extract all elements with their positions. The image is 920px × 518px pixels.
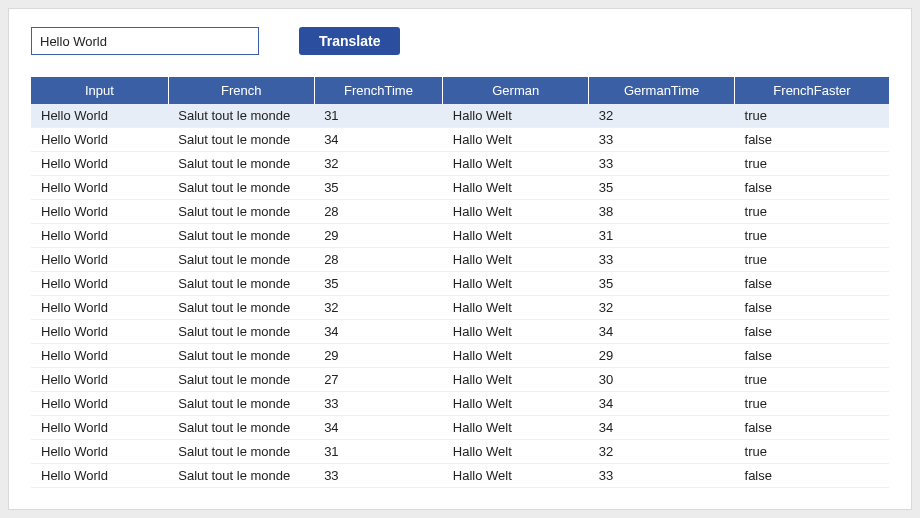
cell-frenchfaster: true [735, 104, 889, 128]
table-row[interactable]: Hello WorldSalut tout le monde27Hallo We… [31, 368, 889, 392]
cell-germantime: 32 [589, 440, 735, 464]
cell-french: Salut tout le monde [168, 296, 314, 320]
table-row[interactable]: Hello WorldSalut tout le monde31Hallo We… [31, 104, 889, 128]
cell-frenchtime: 32 [314, 296, 443, 320]
cell-french: Salut tout le monde [168, 224, 314, 248]
cell-germantime: 33 [589, 464, 735, 488]
cell-input: Hello World [31, 128, 168, 152]
table-row[interactable]: Hello WorldSalut tout le monde33Hallo We… [31, 464, 889, 488]
cell-german: Hallo Welt [443, 320, 589, 344]
table-row[interactable]: Hello WorldSalut tout le monde29Hallo We… [31, 224, 889, 248]
cell-frenchfaster: false [735, 464, 889, 488]
cell-frenchfaster: false [735, 320, 889, 344]
table-row[interactable]: Hello WorldSalut tout le monde33Hallo We… [31, 392, 889, 416]
translate-button[interactable]: Translate [299, 27, 400, 55]
cell-french: Salut tout le monde [168, 176, 314, 200]
cell-germantime: 33 [589, 128, 735, 152]
cell-frenchtime: 35 [314, 272, 443, 296]
cell-input: Hello World [31, 440, 168, 464]
cell-germantime: 34 [589, 392, 735, 416]
table-header-row: Input French FrenchTime German GermanTim… [31, 77, 889, 104]
cell-germantime: 30 [589, 368, 735, 392]
cell-germantime: 32 [589, 296, 735, 320]
cell-germantime: 33 [589, 152, 735, 176]
cell-german: Hallo Welt [443, 272, 589, 296]
cell-frenchtime: 34 [314, 128, 443, 152]
cell-german: Hallo Welt [443, 248, 589, 272]
cell-french: Salut tout le monde [168, 464, 314, 488]
column-header-input[interactable]: Input [31, 77, 168, 104]
toolbar: Translate [31, 27, 889, 55]
cell-french: Salut tout le monde [168, 320, 314, 344]
cell-input: Hello World [31, 416, 168, 440]
cell-germantime: 34 [589, 416, 735, 440]
table-row[interactable]: Hello WorldSalut tout le monde28Hallo We… [31, 248, 889, 272]
table-row[interactable]: Hello WorldSalut tout le monde32Hallo We… [31, 296, 889, 320]
cell-french: Salut tout le monde [168, 368, 314, 392]
table-row[interactable]: Hello WorldSalut tout le monde35Hallo We… [31, 272, 889, 296]
cell-frenchtime: 27 [314, 368, 443, 392]
cell-input: Hello World [31, 368, 168, 392]
table-row[interactable]: Hello WorldSalut tout le monde34Hallo We… [31, 320, 889, 344]
cell-frenchfaster: false [735, 416, 889, 440]
cell-french: Salut tout le monde [168, 200, 314, 224]
table-row[interactable]: Hello WorldSalut tout le monde31Hallo We… [31, 440, 889, 464]
table-row[interactable]: Hello WorldSalut tout le monde34Hallo We… [31, 128, 889, 152]
column-header-german[interactable]: German [443, 77, 589, 104]
cell-frenchtime: 34 [314, 320, 443, 344]
cell-germantime: 38 [589, 200, 735, 224]
cell-frenchtime: 32 [314, 152, 443, 176]
cell-frenchtime: 33 [314, 464, 443, 488]
cell-input: Hello World [31, 152, 168, 176]
cell-frenchfaster: true [735, 152, 889, 176]
cell-german: Hallo Welt [443, 200, 589, 224]
cell-input: Hello World [31, 392, 168, 416]
cell-german: Hallo Welt [443, 440, 589, 464]
content-panel: Translate Input French FrenchTime German… [8, 8, 912, 510]
cell-input: Hello World [31, 272, 168, 296]
cell-german: Hallo Welt [443, 368, 589, 392]
cell-input: Hello World [31, 176, 168, 200]
cell-german: Hallo Welt [443, 464, 589, 488]
cell-frenchfaster: false [735, 296, 889, 320]
cell-french: Salut tout le monde [168, 416, 314, 440]
cell-french: Salut tout le monde [168, 440, 314, 464]
cell-german: Hallo Welt [443, 416, 589, 440]
cell-germantime: 29 [589, 344, 735, 368]
cell-french: Salut tout le monde [168, 272, 314, 296]
cell-frenchtime: 28 [314, 200, 443, 224]
table-row[interactable]: Hello WorldSalut tout le monde35Hallo We… [31, 176, 889, 200]
cell-germantime: 31 [589, 224, 735, 248]
column-header-frenchfaster[interactable]: FrenchFaster [735, 77, 889, 104]
cell-input: Hello World [31, 320, 168, 344]
cell-french: Salut tout le monde [168, 152, 314, 176]
column-header-frenchtime[interactable]: FrenchTime [314, 77, 443, 104]
table-row[interactable]: Hello WorldSalut tout le monde29Hallo We… [31, 344, 889, 368]
table-row[interactable]: Hello WorldSalut tout le monde28Hallo We… [31, 200, 889, 224]
cell-frenchtime: 31 [314, 440, 443, 464]
cell-frenchfaster: true [735, 200, 889, 224]
cell-input: Hello World [31, 248, 168, 272]
cell-german: Hallo Welt [443, 224, 589, 248]
cell-frenchtime: 29 [314, 224, 443, 248]
cell-frenchtime: 31 [314, 104, 443, 128]
cell-german: Hallo Welt [443, 296, 589, 320]
cell-frenchtime: 35 [314, 176, 443, 200]
cell-german: Hallo Welt [443, 152, 589, 176]
table-row[interactable]: Hello WorldSalut tout le monde32Hallo We… [31, 152, 889, 176]
cell-frenchfaster: true [735, 440, 889, 464]
cell-frenchfaster: false [735, 272, 889, 296]
cell-frenchfaster: false [735, 176, 889, 200]
cell-germantime: 32 [589, 104, 735, 128]
cell-germantime: 35 [589, 176, 735, 200]
cell-frenchfaster: false [735, 344, 889, 368]
cell-french: Salut tout le monde [168, 104, 314, 128]
cell-input: Hello World [31, 464, 168, 488]
table-row[interactable]: Hello WorldSalut tout le monde34Hallo We… [31, 416, 889, 440]
cell-german: Hallo Welt [443, 176, 589, 200]
column-header-germantime[interactable]: GermanTime [589, 77, 735, 104]
translate-input[interactable] [31, 27, 259, 55]
cell-frenchfaster: true [735, 392, 889, 416]
column-header-french[interactable]: French [168, 77, 314, 104]
cell-germantime: 34 [589, 320, 735, 344]
